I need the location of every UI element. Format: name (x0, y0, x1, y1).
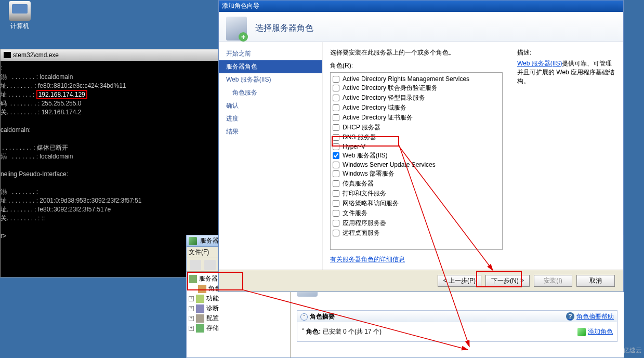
nav-role-services[interactable]: 角色服务 (219, 86, 322, 99)
desc-label: 描述: (517, 48, 616, 57)
role-checkbox[interactable] (333, 230, 339, 236)
roles-count: ˄ 角色: 已安装 0 个(共 17 个) (301, 327, 382, 336)
role-row[interactable]: Active Directory 轻型目录服务 (333, 93, 500, 103)
role-row[interactable]: Active Directory 证书服务 (333, 113, 500, 123)
role-label: Active Directory 联合身份验证服务 (343, 84, 438, 92)
expand-icon[interactable]: + (189, 316, 194, 321)
expand-icon[interactable]: + (189, 326, 194, 331)
menu-file[interactable]: 文件(F) (189, 248, 209, 257)
nav-server-roles[interactable]: 服务器角色 (219, 60, 322, 73)
wizard-header-icon (226, 17, 247, 41)
nav-iis[interactable]: Web 服务器(IIS) (219, 73, 322, 86)
roles-label: 角色(R): (330, 61, 511, 70)
role-row[interactable]: 打印和文件服务 (333, 189, 500, 198)
role-checkbox[interactable] (333, 180, 339, 187)
highlighted-ip: 192.168.174.129 (36, 90, 87, 99)
role-checkbox[interactable] (333, 210, 339, 217)
wizard-heading: 选择服务器角色 (255, 23, 313, 34)
role-checkbox[interactable] (333, 134, 339, 141)
tree-diagnostics[interactable]: +诊断 (189, 303, 288, 313)
chevron-icon[interactable]: ˄ (301, 328, 305, 335)
roles-help-link[interactable]: ?角色摘要帮助 (566, 312, 614, 321)
role-row[interactable]: 文件服务 (333, 208, 500, 218)
role-row[interactable]: Hyper-V (333, 142, 500, 151)
role-row[interactable]: 远程桌面服务 (333, 228, 500, 238)
computer-icon (9, 1, 31, 21)
desc-iis-link[interactable]: Web 服务器(IIS) (517, 59, 562, 68)
role-label: Hyper-V (343, 143, 365, 150)
nav-confirm[interactable]: 确认 (219, 99, 322, 112)
wizard-nav: 开始之前 服务器角色 Web 服务器(IIS) 角色服务 确认 进度 结果 (219, 42, 323, 270)
panel-header[interactable]: ˄角色摘要 ?角色摘要帮助 (297, 311, 617, 322)
role-row[interactable]: Web 服务器(IIS) (333, 151, 500, 161)
role-label: Active Directory Rights Management Servi… (343, 75, 469, 83)
role-label: 文件服务 (343, 209, 367, 218)
role-checkbox[interactable] (333, 170, 339, 177)
add-role-link[interactable]: 添加角色 (577, 327, 613, 336)
role-label: 应用程序服务器 (343, 219, 386, 228)
more-info-link[interactable]: 有关服务器角色的详细信息 (330, 255, 405, 264)
role-checkbox[interactable] (333, 143, 339, 150)
prev-button[interactable]: < 上一步(P) (438, 275, 481, 287)
wizard-titlebar[interactable]: 添加角色向导 (219, 1, 623, 12)
role-row[interactable]: Active Directory 联合身份验证服务 (333, 83, 500, 93)
role-row[interactable]: DNS 服务器 (333, 132, 500, 142)
nav-progress[interactable]: 进度 (219, 112, 322, 125)
role-checkbox[interactable] (333, 124, 339, 131)
role-row[interactable]: Windows 部署服务 (333, 169, 500, 179)
features-icon (196, 295, 204, 303)
role-checkbox[interactable] (333, 162, 339, 168)
desc-text: Web 服务器(IIS)提供可靠、可管理并且可扩展的 Web 应用程序基础结构。 (517, 59, 616, 86)
role-checkbox[interactable] (333, 104, 339, 111)
install-button[interactable]: 安装(I) (534, 275, 572, 287)
roles-icon (198, 285, 206, 293)
desktop-computer-icon[interactable]: 计算机 (4, 1, 35, 31)
role-checkbox[interactable] (333, 76, 339, 83)
computer-label: 计算机 (4, 22, 35, 31)
nav-before[interactable]: 开始之前 (219, 47, 322, 60)
role-checkbox[interactable] (333, 95, 339, 101)
server-icon (189, 275, 197, 283)
wizard-header: 选择服务器角色 (219, 12, 623, 42)
role-checkbox[interactable] (333, 220, 339, 227)
role-row[interactable]: Windows Server Update Services (333, 161, 500, 169)
role-label: Active Directory 域服务 (343, 103, 406, 112)
role-label: Active Directory 证书服务 (343, 113, 413, 122)
role-row[interactable]: DHCP 服务器 (333, 123, 500, 132)
role-label: 打印和文件服务 (343, 189, 386, 198)
expand-icon[interactable]: + (189, 306, 194, 311)
cmd-titlebar[interactable]: stem32\cmd.exe (1, 49, 220, 61)
roles-listbox[interactable]: Active Directory Rights Management Servi… (330, 72, 503, 250)
cancel-button[interactable]: 取消 (576, 275, 615, 287)
role-row[interactable]: 传真服务器 (333, 179, 500, 189)
tree-features[interactable]: +功能 (189, 294, 288, 303)
tree-config[interactable]: +配置 (189, 313, 288, 323)
role-label: 远程桌面服务 (343, 229, 380, 237)
role-row[interactable]: Active Directory Rights Management Servi… (333, 75, 500, 83)
role-row[interactable]: 网络策略和访问服务 (333, 198, 500, 208)
role-row[interactable]: 应用程序服务器 (333, 218, 500, 228)
storage-icon (196, 324, 204, 333)
role-checkbox[interactable] (333, 200, 339, 207)
help-icon: ? (566, 312, 574, 321)
instruction-text: 选择要安装在此服务器上的一个或多个角色。 (330, 48, 511, 57)
role-row[interactable]: Active Directory 域服务 (333, 103, 500, 113)
next-button[interactable]: 下一步(N) > (485, 275, 530, 287)
toolbar-back-button[interactable] (190, 260, 201, 270)
role-checkbox[interactable] (333, 85, 339, 91)
nav-result[interactable]: 结果 (219, 125, 322, 138)
add-roles-wizard: 添加角色向导 选择服务器角色 开始之前 服务器角色 Web 服务器(IIS) 角… (218, 0, 624, 292)
role-label: DHCP 服务器 (343, 123, 380, 132)
toolbar-forward-button[interactable] (204, 260, 216, 270)
role-checkbox[interactable] (333, 190, 339, 197)
role-label: Windows 部署服务 (343, 169, 395, 178)
role-checkbox[interactable] (333, 152, 339, 159)
role-checkbox[interactable] (333, 114, 339, 121)
role-label: Windows Server Update Services (343, 161, 436, 168)
wizard-content: 选择要安装在此服务器上的一个或多个角色。 角色(R): Active Direc… (323, 42, 623, 270)
cmd-title-text: stem32\cmd.exe (13, 51, 59, 59)
chevron-up-icon[interactable]: ˄ (300, 313, 308, 321)
tree-storage[interactable]: +存储 (189, 323, 288, 333)
server-manager-icon (189, 237, 197, 245)
expand-icon[interactable]: + (189, 296, 194, 301)
